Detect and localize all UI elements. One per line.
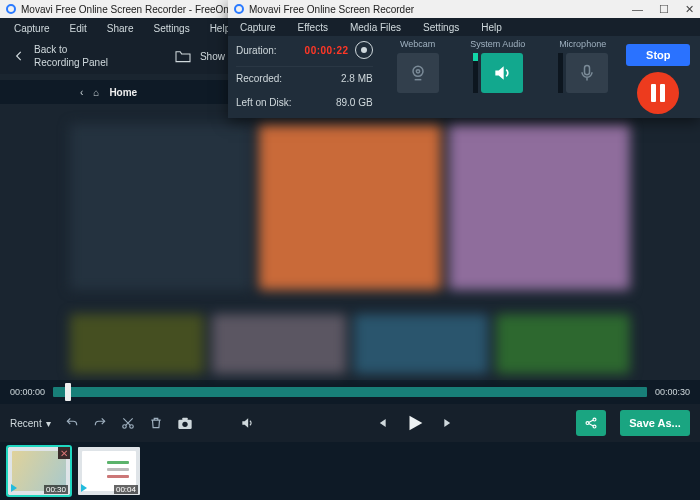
clip-thumbnail[interactable]: 00:04 (78, 447, 140, 495)
home-icon: ⌂ (93, 87, 99, 98)
save-as-label: Save As... (629, 417, 681, 429)
webcam-label: Webcam (400, 39, 435, 49)
back-to-recording-button[interactable]: Back to Recording Panel (12, 43, 108, 69)
svg-rect-10 (584, 66, 589, 75)
blurred-card (496, 314, 630, 374)
recorder-window: Movavi Free Online Screen Recorder — ☐ ✕… (228, 0, 700, 118)
cut-icon[interactable] (121, 416, 135, 430)
camera-icon[interactable] (177, 416, 193, 430)
duration-label: Duration: (236, 45, 277, 56)
microphone-toggle[interactable] (566, 53, 608, 93)
timeline-handle[interactable] (65, 383, 71, 401)
blurred-card (212, 314, 346, 374)
recorded-label: Recorded: (236, 73, 282, 84)
recorder-titlebar[interactable]: Movavi Free Online Screen Recorder — ☐ ✕ (228, 0, 700, 18)
editor-preview: ‹ ⌂ Home 00:00:00 00:00:30 (0, 74, 700, 500)
speaker-icon (492, 63, 512, 83)
save-as-button[interactable]: Save As... (620, 410, 690, 436)
recording-stats: Duration: 00:00:22 Recorded: 2.8 MB Left… (228, 36, 381, 118)
app-logo-icon (6, 4, 16, 14)
trash-icon[interactable] (149, 416, 163, 430)
back-line1: Back to (34, 43, 108, 56)
skip-next-icon[interactable] (442, 416, 456, 430)
blurred-card (259, 124, 440, 290)
menu-share[interactable]: Share (107, 23, 134, 34)
recorder-title: Movavi Free Online Screen Recorder (249, 4, 414, 15)
recorder-menubar: Capture Effects Media Files Settings Hel… (228, 18, 700, 36)
capture-sources: Webcam System Audio Microphone (381, 36, 625, 118)
system-audio-toggle[interactable] (481, 53, 523, 93)
recorded-content-preview: ‹ ⌂ Home 00:00:00 00:00:30 (0, 74, 700, 500)
share-icon (584, 416, 598, 430)
blurred-card (354, 314, 488, 374)
disk-value: 89.0 GB (336, 97, 373, 108)
share-button[interactable] (576, 410, 606, 436)
blurred-card (449, 124, 630, 290)
system-audio-label: System Audio (470, 39, 525, 49)
folder-icon (174, 49, 192, 63)
blurred-card (70, 314, 204, 374)
redo-icon[interactable] (93, 416, 107, 430)
duration-value: 00:00:22 (305, 45, 349, 56)
rec-menu-effects[interactable]: Effects (298, 22, 328, 33)
home-label: Home (109, 87, 137, 98)
webcam-icon (408, 63, 428, 83)
thumb-play-icon (11, 484, 17, 492)
skip-prev-icon[interactable] (374, 416, 388, 430)
blurred-card (70, 124, 251, 290)
clip-thumbnail[interactable]: ✕ 00:30 (8, 447, 70, 495)
menu-capture[interactable]: Capture (14, 23, 50, 34)
window-minimize-button[interactable]: — (632, 3, 643, 16)
undo-icon[interactable] (65, 416, 79, 430)
webcam-toggle[interactable] (397, 53, 439, 93)
recent-dropdown[interactable]: Recent ▾ (10, 418, 51, 429)
thumb-duration: 00:04 (114, 485, 138, 494)
rec-menu-settings[interactable]: Settings (423, 22, 459, 33)
window-maximize-button[interactable]: ☐ (659, 3, 669, 16)
thumb-play-icon (81, 484, 87, 492)
svg-point-3 (182, 422, 187, 427)
timeline: 00:00:00 00:00:30 (0, 380, 700, 404)
system-audio-level (473, 53, 478, 93)
menu-edit[interactable]: Edit (70, 23, 87, 34)
target-icon[interactable] (355, 41, 373, 59)
play-icon[interactable] (404, 412, 426, 434)
rec-menu-media[interactable]: Media Files (350, 22, 401, 33)
thumb-close-icon[interactable]: ✕ (58, 447, 70, 459)
svg-rect-4 (182, 418, 187, 421)
clip-thumbnails: ✕ 00:30 00:04 (0, 442, 700, 500)
timeline-end: 00:00:30 (655, 387, 690, 397)
arrow-left-icon (12, 49, 26, 63)
back-line2: Recording Panel (34, 56, 108, 69)
recent-label: Recent (10, 418, 42, 429)
app-logo-icon (234, 4, 244, 14)
pause-icon (651, 84, 665, 102)
home-chevron-icon: ‹ (80, 87, 83, 98)
menu-settings[interactable]: Settings (154, 23, 190, 34)
pause-button[interactable] (637, 72, 679, 114)
timeline-start: 00:00:00 (10, 387, 45, 397)
svg-point-8 (413, 66, 423, 76)
microphone-icon (577, 63, 597, 83)
volume-icon[interactable] (239, 416, 255, 430)
timeline-track[interactable] (53, 387, 647, 397)
microphone-level (558, 53, 563, 93)
svg-point-9 (416, 70, 419, 73)
stop-label: Stop (646, 49, 670, 61)
stop-button[interactable]: Stop (626, 44, 690, 66)
disk-label: Left on Disk: (236, 97, 292, 108)
chevron-down-icon: ▾ (46, 418, 51, 429)
window-close-button[interactable]: ✕ (685, 3, 694, 16)
editor-toolbar: Recent ▾ (0, 404, 700, 442)
recorded-value: 2.8 MB (341, 73, 373, 84)
thumb-duration: 00:30 (44, 485, 68, 494)
rec-menu-help[interactable]: Help (481, 22, 502, 33)
rec-menu-capture[interactable]: Capture (240, 22, 276, 33)
microphone-label: Microphone (559, 39, 606, 49)
